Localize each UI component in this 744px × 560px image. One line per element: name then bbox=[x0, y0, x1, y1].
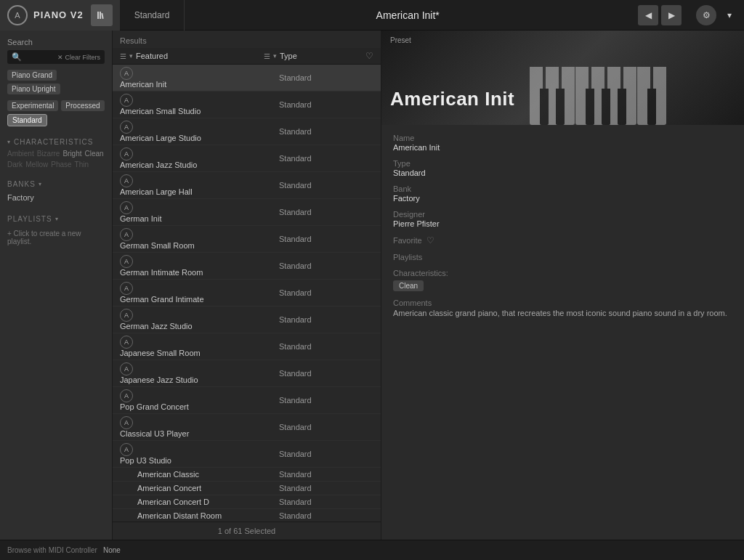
char-tag-dark[interactable]: Dark bbox=[7, 161, 23, 169]
table-row[interactable]: American Concert DStandard bbox=[113, 495, 381, 509]
logo-icon: A bbox=[7, 5, 28, 25]
char-tag-mellow[interactable]: Mellow bbox=[25, 161, 48, 169]
table-row[interactable]: AGerman Intimate RoomStandard bbox=[113, 253, 381, 280]
search-label: Search bbox=[7, 38, 105, 46]
char-badge-clean: Clean bbox=[393, 280, 424, 291]
result-name: AGerman Intimate Room bbox=[120, 255, 279, 277]
type-menu-icon[interactable]: ☰ bbox=[264, 52, 270, 60]
table-row[interactable]: AAmerican Jazz StudioStandard bbox=[113, 145, 381, 172]
char-tag-thin[interactable]: Thin bbox=[75, 161, 89, 169]
char-tag-bizarre[interactable]: Bizarre bbox=[37, 150, 60, 158]
result-type: Standard bbox=[279, 342, 373, 351]
preset-label: Preset bbox=[390, 36, 411, 44]
table-row[interactable]: AGerman Grand IntimateStandard bbox=[113, 280, 381, 307]
detail-comments-row: Comments American classic grand piano, t… bbox=[393, 299, 732, 319]
char-tag-bright[interactable]: Bright bbox=[62, 150, 81, 158]
table-row[interactable]: AGerman Jazz StudioStandard bbox=[113, 307, 381, 333]
comments-text: American classic grand piano, that recre… bbox=[393, 308, 732, 319]
table-row[interactable]: AJapanese Jazz StudioStandard bbox=[113, 360, 381, 387]
table-row[interactable]: AAmerican Large StudioStandard bbox=[113, 118, 381, 145]
banks-list: Factory bbox=[7, 192, 105, 203]
result-name: AGerman Small Room bbox=[120, 228, 279, 250]
result-name: AAmerican Small Studio bbox=[120, 94, 279, 115]
result-type: Standard bbox=[279, 470, 373, 479]
filter-tags-1: Piano Grand Piano Upright bbox=[7, 70, 105, 94]
add-playlist-button[interactable]: + Click to create a new playlist. bbox=[7, 230, 105, 245]
bank-item-factory[interactable]: Factory bbox=[7, 192, 105, 203]
result-factory-icon: A bbox=[120, 201, 133, 214]
heart-icon[interactable]: ♡ bbox=[426, 235, 434, 245]
table-row[interactable]: AAmerican Large HallStandard bbox=[113, 172, 381, 199]
featured-chevron-icon[interactable]: ▾ bbox=[129, 52, 133, 60]
detail-characteristics-row: Characteristics: Clean bbox=[393, 269, 732, 291]
settings-button[interactable]: ⚙ bbox=[696, 5, 716, 25]
result-type: Standard bbox=[279, 288, 373, 297]
result-factory-icon: A bbox=[120, 389, 133, 402]
result-type: Standard bbox=[279, 73, 373, 82]
type-chevron-icon[interactable]: ▾ bbox=[273, 52, 277, 60]
filter-tag-standard[interactable]: Standard bbox=[7, 114, 47, 126]
table-row[interactable]: APop Grand ConcertStandard bbox=[113, 387, 381, 414]
clear-filters-button[interactable]: ✕ Clear Filters bbox=[57, 54, 100, 61]
char-tag-ambient[interactable]: Ambient bbox=[7, 150, 34, 158]
logo-area: A PIANO V2 bbox=[0, 0, 120, 31]
favorite-label: Favorite bbox=[393, 236, 422, 245]
result-factory-icon: A bbox=[120, 282, 133, 295]
playlists-section-header: PLAYLISTS ▾ bbox=[7, 215, 105, 223]
type-label: Type bbox=[393, 159, 732, 168]
result-type: Standard bbox=[279, 261, 373, 270]
table-row[interactable]: American ClassicStandard bbox=[113, 468, 381, 482]
filter-tag-piano-upright[interactable]: Piano Upright bbox=[7, 84, 60, 94]
filter-tag-experimental[interactable]: Experimental bbox=[7, 100, 58, 111]
results-footer: 1 of 61 Selected bbox=[113, 522, 381, 540]
char-tag-phase[interactable]: Phase bbox=[51, 161, 71, 169]
expand-button[interactable]: ▾ bbox=[722, 8, 737, 23]
filter-tag-piano-grand[interactable]: Piano Grand bbox=[7, 70, 57, 81]
preset-name-top: American Init* bbox=[185, 9, 631, 21]
table-row[interactable]: American ConcertStandard bbox=[113, 482, 381, 495]
result-type: Standard bbox=[279, 315, 373, 324]
library-icon[interactable] bbox=[91, 4, 113, 26]
result-factory-icon: A bbox=[120, 362, 133, 376]
table-row[interactable]: AClassical U3 PlayerStandard bbox=[113, 414, 381, 441]
table-row[interactable]: AAmerican InitStandard bbox=[113, 65, 381, 92]
svg-rect-2 bbox=[101, 12, 103, 18]
table-row[interactable]: AGerman InitStandard bbox=[113, 199, 381, 226]
characteristics-label: Characteristics: bbox=[393, 269, 732, 277]
detail-playlists-row: Playlists bbox=[393, 253, 732, 261]
table-row[interactable]: AJapanese Small RoomStandard bbox=[113, 333, 381, 360]
table-row[interactable]: AAmerican Small StudioStandard bbox=[113, 92, 381, 118]
app-name: PIANO V2 bbox=[33, 9, 84, 20]
featured-menu-icon[interactable]: ☰ bbox=[120, 52, 126, 60]
table-row[interactable]: APop U3 StudioStandard bbox=[113, 441, 381, 468]
result-type: Standard bbox=[279, 208, 373, 216]
prev-button[interactable]: ◀ bbox=[638, 5, 658, 25]
banks-chevron[interactable]: ▾ bbox=[39, 181, 42, 187]
result-name: AAmerican Large Studio bbox=[120, 121, 279, 142]
right-panel: Preset American Init bbox=[381, 31, 744, 540]
filter-tag-processed[interactable]: Processed bbox=[61, 100, 104, 111]
search-row: 🔍 ✕ Clear Filters bbox=[7, 50, 105, 64]
result-factory-icon: A bbox=[120, 121, 133, 134]
result-factory-icon: A bbox=[120, 416, 133, 429]
result-name: AGerman Grand Intimate bbox=[120, 282, 279, 304]
playlists-chevron[interactable]: ▾ bbox=[55, 216, 59, 222]
result-name: AGerman Init bbox=[120, 201, 279, 223]
main-content: Search 🔍 ✕ Clear Filters Piano Grand Pia… bbox=[0, 31, 744, 540]
char-tag-clean[interactable]: Clean bbox=[85, 150, 104, 158]
characteristics-section-header: ▾ CHARACTERISTICS bbox=[7, 138, 105, 146]
tab-standard[interactable]: Standard bbox=[120, 0, 185, 31]
result-name: American Classic bbox=[120, 470, 279, 479]
result-type: Standard bbox=[279, 100, 373, 109]
table-row[interactable]: AGerman Small RoomStandard bbox=[113, 226, 381, 253]
result-type: Standard bbox=[279, 235, 373, 243]
designer-value: Pierre Pfister bbox=[393, 219, 732, 228]
next-button[interactable]: ▶ bbox=[661, 5, 682, 25]
type-value: Standard bbox=[393, 169, 732, 177]
table-row[interactable]: American Distant RoomStandard bbox=[113, 509, 381, 522]
bank-value: Factory bbox=[393, 194, 732, 203]
favorite-col-header: ♡ bbox=[365, 51, 373, 61]
search-input[interactable] bbox=[25, 53, 54, 62]
playlists-label: Playlists bbox=[393, 253, 732, 261]
result-name: AAmerican Jazz Studio bbox=[120, 147, 279, 169]
